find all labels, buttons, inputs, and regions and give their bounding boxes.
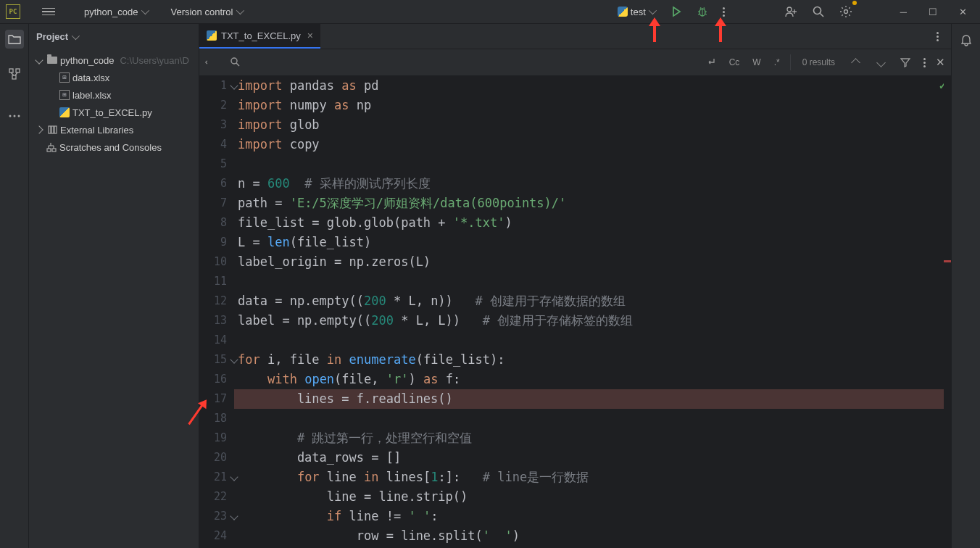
run-config-label: test — [631, 7, 646, 17]
structure-tool-button[interactable] — [5, 65, 24, 83]
maximize-button[interactable]: ☐ — [929, 7, 937, 17]
breakpoint-marker-icon — [944, 260, 951, 262]
prev-match-button[interactable] — [851, 58, 860, 67]
svg-line-6 — [700, 7, 701, 9]
scratch-icon — [46, 142, 57, 152]
code-with-me-button[interactable] — [781, 2, 800, 21]
minimize-button[interactable]: ─ — [900, 7, 907, 17]
code-line[interactable]: line = line.strip() — [234, 487, 951, 507]
svg-point-19 — [9, 115, 11, 117]
chevron-right-icon — [35, 125, 43, 133]
svg-rect-15 — [16, 69, 20, 72]
close-find-button[interactable]: ✕ — [936, 56, 945, 69]
code-line[interactable]: path = 'E:/5深度学习/师姐资料/data(600points)/' — [234, 194, 951, 213]
right-tool-rail — [951, 24, 980, 548]
python-file-icon — [207, 30, 217, 41]
tree-file[interactable]: ⊞ label.xlsx — [29, 86, 199, 104]
chevron-down-icon — [236, 7, 244, 14]
tab-label: TXT_to_EXCEL.py — [221, 30, 301, 41]
tree-label: python_code — [60, 55, 114, 66]
find-input[interactable] — [250, 57, 381, 68]
xlsx-file-icon: ⊞ — [59, 72, 70, 83]
vcs-dropdown[interactable]: Version control — [166, 4, 246, 20]
svg-line-12 — [820, 14, 823, 17]
code-line[interactable]: import pandas as pd — [234, 76, 951, 96]
code-line[interactable]: L = len(file_list) — [234, 233, 951, 252]
filter-button[interactable] — [897, 54, 913, 70]
project-dropdown[interactable]: python_code — [80, 4, 151, 20]
code-line[interactable]: import copy — [234, 135, 951, 154]
python-file-icon — [618, 7, 628, 17]
project-header[interactable]: Project — [29, 24, 199, 49]
code-line[interactable]: # 跳过第一行，处理空行和空值 — [234, 428, 951, 448]
tree-scratches[interactable]: Scratches and Consoles — [29, 138, 199, 156]
gutter[interactable]: 123456789101112131415161718192021222324 — [199, 76, 234, 548]
code-line[interactable]: lines = f.readlines() — [234, 389, 951, 409]
settings-button[interactable] — [836, 2, 855, 21]
svg-rect-23 — [51, 126, 54, 133]
editor-body[interactable]: 123456789101112131415161718192021222324 … — [199, 76, 951, 548]
tab-bar: TXT_to_EXCEL.py × — [199, 24, 951, 49]
more-tools-button[interactable] — [5, 107, 24, 125]
close-window-button[interactable]: ✕ — [959, 7, 967, 17]
run-button[interactable] — [668, 3, 685, 20]
more-actions-button[interactable] — [720, 4, 728, 20]
code-line[interactable]: row = line.split(' ') — [234, 526, 951, 546]
chevron-down-icon — [72, 31, 80, 39]
run-config-dropdown[interactable]: test — [613, 4, 659, 20]
debug-button[interactable] — [694, 3, 711, 20]
hamburger-menu-icon[interactable] — [42, 8, 55, 16]
code-line[interactable] — [234, 272, 951, 291]
expand-find-button[interactable]: ⌃ — [204, 59, 214, 66]
next-match-button[interactable] — [876, 58, 886, 67]
code-line[interactable]: data_rows = [] — [234, 448, 951, 468]
find-more-button[interactable] — [921, 55, 929, 70]
code-line[interactable]: label_origin = np.zeros(L) — [234, 252, 951, 272]
svg-rect-22 — [49, 126, 51, 133]
tree-external-libs[interactable]: External Libraries — [29, 121, 199, 138]
svg-point-20 — [13, 115, 15, 117]
tab-options-button[interactable] — [934, 29, 942, 44]
results-count: 0 results — [802, 57, 835, 67]
code-line[interactable]: for i, file in enumerate(file_list): — [234, 350, 951, 370]
regex-button[interactable]: .* — [771, 56, 783, 69]
find-new-line-button[interactable] — [703, 55, 719, 70]
code-line[interactable]: label = np.empty((200 * L, L)) # 创建用于存储标… — [234, 311, 951, 331]
close-tab-button[interactable]: × — [307, 30, 313, 41]
svg-point-31 — [231, 58, 237, 64]
code-line[interactable]: if line != ' ': — [234, 507, 951, 526]
code-line[interactable]: with open(file, 'r') as f: — [234, 370, 951, 389]
code-line[interactable]: import glob — [234, 115, 951, 135]
project-tree: python_code C:\Users\yuan\D ⊞ data.xlsx … — [29, 49, 199, 158]
svg-point-21 — [17, 115, 20, 117]
whole-words-button[interactable]: W — [749, 56, 763, 69]
notifications-button[interactable] — [957, 31, 976, 50]
tree-label: data.xlsx — [72, 72, 109, 83]
pycharm-logo-icon: PC — [6, 4, 20, 19]
tree-file[interactable]: TXT_to_EXCEL.py — [29, 104, 199, 121]
tree-file[interactable]: ⊞ data.xlsx — [29, 69, 199, 86]
code-line[interactable]: for line in lines[1:]: # line是一行数据 — [234, 468, 951, 487]
project-tool-button[interactable] — [5, 30, 24, 49]
code-line[interactable]: file_list = glob.glob(path + '*.txt') — [234, 213, 951, 233]
editor-tab[interactable]: TXT_to_EXCEL.py × — [199, 24, 320, 49]
vcs-label: Version control — [170, 7, 233, 17]
xlsx-file-icon: ⊞ — [59, 90, 70, 100]
chevron-down-icon — [35, 56, 43, 64]
match-case-button[interactable]: Cc — [726, 56, 743, 69]
code-line[interactable] — [234, 331, 951, 350]
search-everywhere-button[interactable] — [809, 2, 828, 21]
tree-folder-root[interactable]: python_code C:\Users\yuan\D — [29, 51, 199, 69]
code-line[interactable]: n = 600 # 采样的测试序列长度 — [234, 174, 951, 194]
tree-path: C:\Users\yuan\D — [120, 55, 188, 66]
scrollbar[interactable] — [944, 76, 951, 548]
code-line[interactable] — [234, 409, 951, 428]
chevron-down-icon — [141, 7, 149, 14]
code-line[interactable]: data = np.empty((200 * L, n)) # 创建用于存储数据… — [234, 291, 951, 311]
find-bar: ⌃ Cc W .* 0 results ✕ — [199, 49, 951, 76]
chevron-down-icon — [649, 7, 657, 14]
code-line[interactable] — [234, 154, 951, 174]
svg-rect-14 — [9, 69, 13, 72]
code-line[interactable]: import numpy as np — [234, 96, 951, 115]
code-area[interactable]: import pandas as pdimport numpy as npimp… — [234, 76, 951, 548]
